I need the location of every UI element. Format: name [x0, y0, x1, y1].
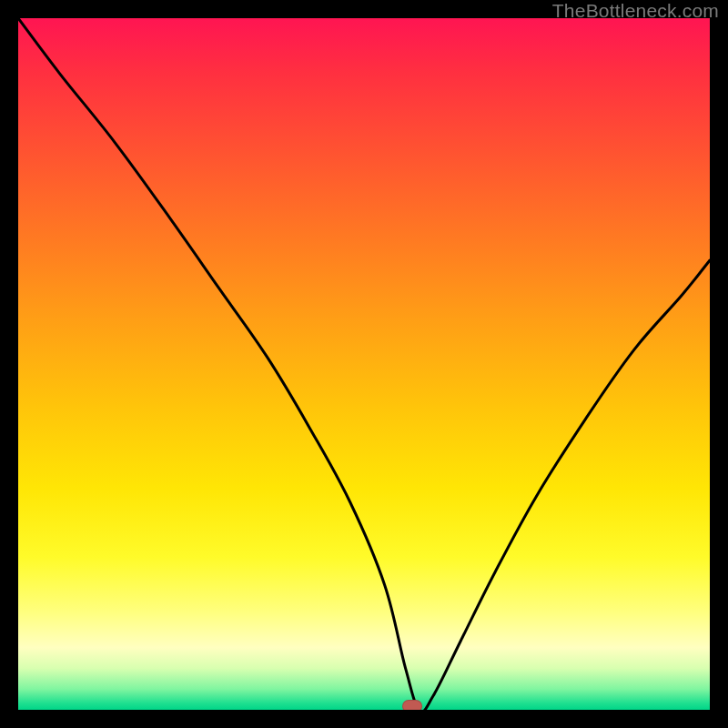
- plot-area: [18, 18, 710, 710]
- background-gradient: [18, 18, 710, 710]
- chart-frame: TheBottleneck.com: [0, 0, 728, 728]
- watermark-text: TheBottleneck.com: [552, 0, 719, 22]
- minimum-marker: [402, 700, 422, 710]
